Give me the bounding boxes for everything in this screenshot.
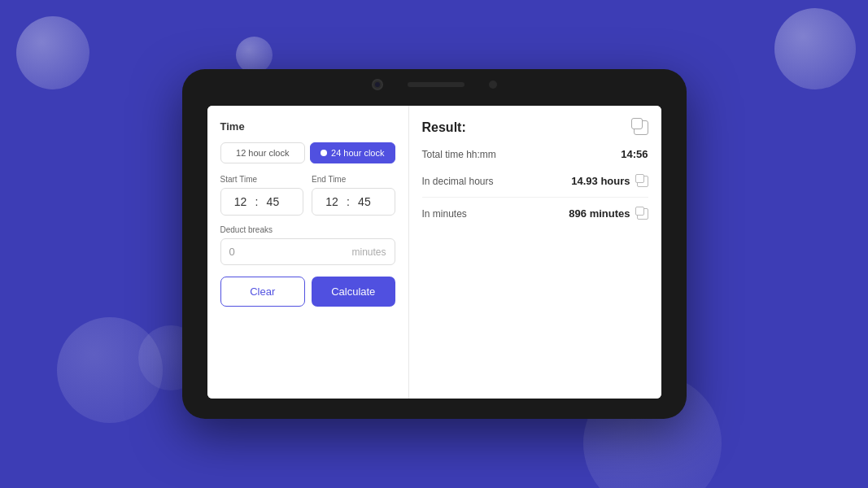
start-time-label: Start Time xyxy=(220,175,304,184)
toggle-dot xyxy=(321,150,327,156)
start-colon: : xyxy=(255,195,259,208)
start-time-input[interactable]: 12 : 45 xyxy=(220,188,304,216)
bubble-decor-3 xyxy=(774,8,856,89)
result-header: Result: xyxy=(422,120,648,135)
decimal-hours-right: 14.93 hours xyxy=(571,175,648,187)
end-time-group: End Time 12 : 45 xyxy=(312,175,395,216)
right-panel: Result: Total time hh:mm 14:56 In decima… xyxy=(409,106,661,399)
tablet-speaker xyxy=(408,82,465,87)
calculate-button[interactable]: Calculate xyxy=(312,277,395,307)
bubble-decor-4 xyxy=(57,317,163,423)
decimal-hours-label: In decimal hours xyxy=(422,176,494,187)
deduct-unit: minutes xyxy=(351,246,386,258)
copy-all-button[interactable] xyxy=(634,120,648,135)
total-time-row: Total time hh:mm 14:56 xyxy=(422,148,648,160)
total-time-value: 14:56 xyxy=(621,148,648,160)
deduct-breaks-label: Deduct breaks xyxy=(220,225,395,234)
decimal-hours-row: In decimal hours 14.93 hours xyxy=(422,165,648,198)
tablet-device: Time 12 hour clock 24 hour clock Start T… xyxy=(182,69,687,419)
action-row: Clear Calculate xyxy=(220,277,395,307)
tablet-camera xyxy=(372,79,383,90)
bubble-decor-1 xyxy=(16,16,89,89)
start-minutes[interactable]: 45 xyxy=(261,195,284,208)
clear-button[interactable]: Clear xyxy=(220,277,306,307)
copy-decimal-button[interactable] xyxy=(637,176,648,187)
app-screen: Time 12 hour clock 24 hour clock Start T… xyxy=(207,106,661,399)
clock-12-button[interactable]: 12 hour clock xyxy=(220,142,306,163)
copy-minutes-button[interactable] xyxy=(637,208,648,220)
start-time-group: Start Time 12 : 45 xyxy=(220,175,304,216)
minutes-right: 896 minutes xyxy=(569,207,648,220)
left-panel: Time 12 hour clock 24 hour clock Start T… xyxy=(207,106,409,399)
end-colon: : xyxy=(347,195,350,208)
bubble-decor-2 xyxy=(236,37,273,73)
minutes-label: In minutes xyxy=(422,208,467,220)
minutes-value: 896 minutes xyxy=(569,207,630,220)
start-hours[interactable]: 12 xyxy=(229,195,252,208)
result-title: Result: xyxy=(422,120,466,135)
clock-24-button[interactable]: 24 hour clock xyxy=(310,142,395,163)
end-minutes[interactable]: 45 xyxy=(353,195,376,208)
minutes-row: In minutes 896 minutes xyxy=(422,198,648,229)
deduct-breaks-section: Deduct breaks 0 minutes xyxy=(220,225,395,265)
time-inputs-row: Start Time 12 : 45 End Time 12 : 45 xyxy=(220,175,395,216)
total-time-label: Total time hh:mm xyxy=(422,149,496,160)
deduct-breaks-input[interactable]: 0 minutes xyxy=(220,238,395,265)
tablet-mic xyxy=(489,81,497,89)
end-time-label: End Time xyxy=(312,175,395,184)
decimal-hours-value: 14.93 hours xyxy=(571,175,630,187)
end-time-input[interactable]: 12 : 45 xyxy=(312,188,395,216)
deduct-value[interactable]: 0 xyxy=(229,246,352,258)
section-title: Time xyxy=(220,120,395,133)
tablet-top-bar xyxy=(372,79,497,90)
clock-toggle: 12 hour clock 24 hour clock xyxy=(220,142,395,163)
end-hours[interactable]: 12 xyxy=(321,195,343,208)
